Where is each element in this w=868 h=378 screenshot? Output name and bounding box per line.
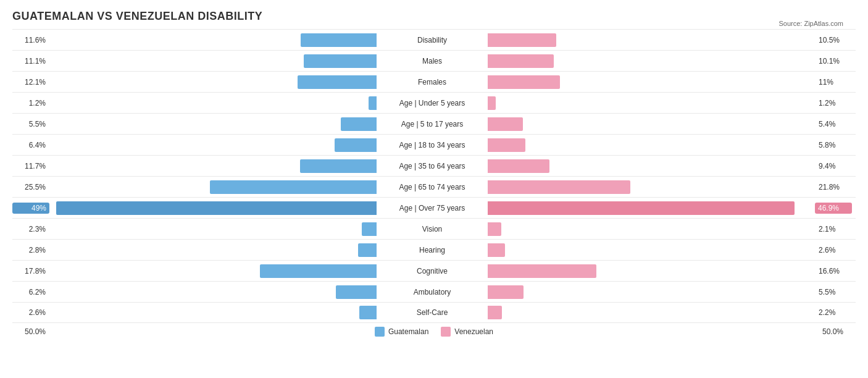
left-bar — [260, 264, 377, 278]
bar-label: Age | Over 75 years — [377, 204, 488, 212]
left-bar-area — [49, 285, 377, 299]
right-value: 1.2% — [815, 99, 852, 107]
right-bar-area — [488, 201, 815, 215]
left-bar — [358, 243, 377, 257]
left-value: 5.5% — [12, 120, 49, 128]
left-bar — [298, 75, 377, 89]
bar-row: 1.2%Age | Under 5 years1.2% — [12, 92, 856, 113]
bar-row: 6.2%Ambulatory5.5% — [12, 281, 856, 302]
left-bar-area — [49, 201, 377, 215]
left-value: 6.2% — [12, 288, 49, 296]
bar-label: Vision — [377, 225, 488, 233]
right-bar-area — [488, 117, 815, 131]
left-bar — [56, 201, 377, 215]
right-bar-area — [488, 75, 815, 89]
bar-label: Hearing — [377, 246, 488, 254]
right-bar-area — [488, 306, 815, 319]
bar-row: 11.6%Disability10.5% — [12, 29, 856, 50]
left-bar-area — [49, 138, 377, 152]
right-value: 2.6% — [815, 246, 852, 254]
right-bar-area — [488, 264, 815, 278]
bar-label: Age | 5 to 17 years — [377, 120, 488, 128]
chart-footer: 50.0% Guatemalan Venezuelan 50.0% — [12, 327, 856, 337]
right-bar-area — [488, 222, 815, 236]
right-bar-area — [488, 138, 815, 152]
right-value: 21.8% — [815, 183, 852, 191]
right-value: 5.8% — [815, 141, 852, 149]
right-bar-area — [488, 285, 815, 299]
left-value: 6.4% — [12, 141, 49, 149]
right-bar — [488, 33, 556, 47]
chart-container: 11.6%Disability10.5%11.1%Males10.1%12.1%… — [12, 29, 856, 337]
right-value: 5.4% — [815, 120, 852, 128]
bar-label: Males — [377, 57, 488, 65]
right-bar-area — [488, 159, 815, 173]
left-bar-area — [49, 306, 377, 319]
left-bar-area — [49, 180, 377, 194]
bar-label: Age | Under 5 years — [377, 99, 488, 107]
right-bar — [488, 54, 554, 68]
left-value: 17.8% — [12, 267, 49, 275]
right-bar-area — [488, 96, 815, 110]
left-bar-area — [49, 75, 377, 89]
bar-row: 2.8%Hearing2.6% — [12, 239, 856, 260]
chart-title: GUATEMALAN VS VENEZUELAN DISABILITY — [12, 10, 856, 23]
left-bar — [362, 222, 377, 236]
legend-venezuelan: Venezuelan — [441, 327, 493, 337]
right-value: 11% — [815, 78, 852, 86]
left-value: 11.6% — [12, 36, 49, 44]
bar-row: 25.5%Age | 65 to 74 years21.8% — [12, 176, 856, 197]
bar-row: 5.5%Age | 5 to 17 years5.4% — [12, 113, 856, 134]
legend: Guatemalan Venezuelan — [375, 327, 493, 337]
right-value: 9.4% — [815, 162, 852, 170]
left-value: 11.7% — [12, 162, 49, 170]
left-value: 11.1% — [12, 57, 49, 65]
left-bar — [335, 138, 377, 152]
right-bar-area — [488, 54, 815, 68]
right-bar — [488, 117, 523, 131]
venezuelan-color-box — [441, 327, 451, 337]
left-value: 25.5% — [12, 183, 49, 191]
bar-label: Age | 35 to 64 years — [377, 162, 488, 170]
right-value: 10.1% — [815, 57, 852, 65]
left-value: 2.3% — [12, 225, 49, 233]
source-label: Source: ZipAtlas.com — [778, 20, 843, 27]
left-bar-area — [49, 222, 377, 236]
bar-row: 49%Age | Over 75 years46.9% — [12, 197, 856, 218]
right-bar — [488, 75, 560, 89]
right-bar — [488, 264, 596, 278]
right-bar — [488, 201, 795, 215]
right-bar — [488, 96, 496, 110]
right-value: 5.5% — [815, 288, 852, 296]
bar-row: 6.4%Age | 18 to 34 years5.8% — [12, 134, 856, 155]
right-value: 16.6% — [815, 267, 852, 275]
right-bar — [488, 222, 501, 236]
bar-row: 11.1%Males10.1% — [12, 50, 856, 71]
left-bar-area — [49, 117, 377, 131]
left-value: 49% — [12, 203, 49, 214]
left-bar — [341, 117, 377, 131]
legend-guatemalan: Guatemalan — [375, 327, 428, 337]
guatemalan-color-box — [375, 327, 385, 337]
left-bar — [301, 33, 377, 47]
venezuelan-label: Venezuelan — [454, 327, 493, 336]
bar-label: Ambulatory — [377, 288, 488, 296]
left-bar — [359, 306, 377, 319]
left-bar — [300, 159, 377, 173]
right-bar-area — [488, 243, 815, 257]
bar-label: Self-Care — [377, 308, 488, 317]
right-value: 2.1% — [815, 225, 852, 233]
left-bar — [304, 54, 377, 68]
right-bar — [488, 243, 505, 257]
left-value: 1.2% — [12, 99, 49, 107]
right-bar — [488, 138, 525, 152]
left-value: 2.8% — [12, 246, 49, 254]
left-bar-area — [49, 33, 377, 47]
left-bar-area — [49, 96, 377, 110]
bar-row: 17.8%Cognitive16.6% — [12, 260, 856, 281]
left-bar-area — [49, 243, 377, 257]
left-bar-area — [49, 264, 377, 278]
bar-label: Disability — [377, 36, 488, 44]
bar-label: Age | 18 to 34 years — [377, 141, 488, 149]
axis-left-label: 50.0% — [12, 327, 49, 336]
